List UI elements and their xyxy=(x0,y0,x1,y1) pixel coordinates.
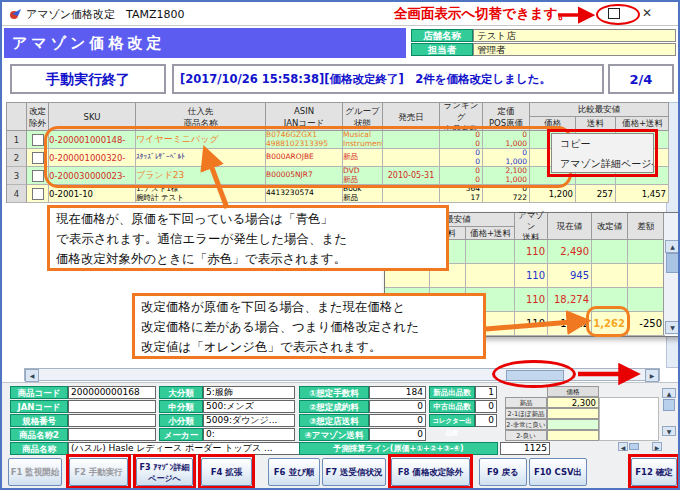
scroll-down-icon[interactable]: ▼ xyxy=(665,321,680,334)
header-cheapest-group: 比較最安値 価格送料価格+送料 xyxy=(530,102,669,131)
f8-price-revision-exclude-button[interactable]: F8 価格改定除外 xyxy=(391,458,470,486)
exclude-checkbox[interactable] xyxy=(32,188,44,200)
condition-price-like-new xyxy=(547,408,599,419)
horizontal-scrollbar[interactable]: ◀ ▶ xyxy=(24,368,660,381)
condition-scroll-right-icon[interactable]: ▶ xyxy=(652,442,662,451)
cell-sellers: 0 xyxy=(440,176,480,185)
header-group-condition: グループ状態 xyxy=(343,102,383,131)
standard-no-label: 規格番号 xyxy=(10,414,68,427)
condition-hscroll-thumb[interactable] xyxy=(629,443,639,450)
cell-asin-jan: B0746GZGX14988102313395 xyxy=(266,131,343,149)
header-jan: JANコード xyxy=(266,117,342,129)
maximize-icon[interactable] xyxy=(608,8,620,19)
f2-manual-run-button[interactable]: F2 手動実行 xyxy=(69,458,128,486)
scroll-thumb[interactable] xyxy=(506,370,564,381)
f10-csv-export-button[interactable]: F10 CSV出力 xyxy=(529,458,587,486)
exclude-checkbox[interactable] xyxy=(32,170,44,182)
cell-difference xyxy=(628,264,665,288)
context-menu: コピー アマゾン詳細ページへ xyxy=(551,133,654,173)
cell-asin-jan: B00005NJR7 xyxy=(266,167,343,185)
header-list-price: 定価 xyxy=(483,105,529,117)
cell-jan: 4988102313395 xyxy=(266,140,342,149)
fee3-label: ③想定店送料 xyxy=(299,414,369,427)
product-name2-label: 商品名称2 xyxy=(10,428,68,441)
cell-amazon-shipping: 110 xyxy=(515,312,548,336)
header-condition: 状態 xyxy=(343,117,382,129)
scroll-right-icon[interactable]: ▶ xyxy=(645,369,659,382)
cell-list-pos: 01,000 xyxy=(483,149,530,167)
cell-cheapest-shipping: 257 xyxy=(576,185,616,203)
fee1-value: 184 xyxy=(369,386,426,399)
menu-item-copy[interactable]: コピー xyxy=(552,134,653,154)
cell-condition: 新品 xyxy=(343,194,382,203)
mid-category-label: 中分類 xyxy=(159,400,203,413)
header-supplier-name: 仕入先商品名称 xyxy=(136,102,266,131)
cell-total xyxy=(466,240,515,264)
cell-list-pos: 0722 xyxy=(483,185,530,203)
cell-difference xyxy=(628,240,665,264)
fee4-label: ④アマゾン送料 xyxy=(299,428,369,441)
cell-supplier-name: ｽﾀｯｽﾞﾚｻﾞｰﾍﾞﾙﾄ xyxy=(136,149,266,167)
row-number: 2 xyxy=(7,149,27,167)
callout-line: 改定価格に差がある場合、つまり価格改定された xyxy=(141,317,477,337)
fee4-value: 0 xyxy=(369,428,426,441)
cell-condition: 新品 xyxy=(343,176,382,185)
exclude-checkbox[interactable] xyxy=(32,134,44,146)
page-title: アマゾン価格改定 xyxy=(4,28,406,58)
cell-sku: 0-200001000320-10 xyxy=(49,149,136,167)
f3-amazon-detail-page-button[interactable]: F3 ｱﾏｿﾞﾝ詳細 ページへ xyxy=(136,458,193,486)
condition-price-very-good xyxy=(547,419,599,430)
header-release-date: 発売日 xyxy=(383,102,440,131)
cell-product-name: ブランド23 xyxy=(136,171,265,180)
small-category-value: 5009:ダウンジ... xyxy=(203,414,295,427)
cell-asin-jan: B000AROJBE xyxy=(266,149,343,167)
callout-line: 改定価格が原価を下回る場合、また現在価格と xyxy=(141,297,477,317)
f7-send-receive-status-button[interactable]: F7 送受信状況 xyxy=(322,458,386,486)
header-exclude-bottom: 除外 xyxy=(27,117,48,129)
header-rowno xyxy=(7,102,27,131)
new-count-value: 1 xyxy=(475,386,497,399)
run-mode-status: 手動実行終了 xyxy=(10,64,166,94)
f4-extend-button[interactable]: F4 拡張 xyxy=(201,458,252,486)
used-count-label: 中古出品数 xyxy=(429,400,475,413)
f6-sort-button[interactable]: F6 並び順 xyxy=(268,458,320,486)
f9-back-button[interactable]: F9 戻る xyxy=(479,458,527,486)
cell-product-name: 腕時計 テスト xyxy=(136,194,265,203)
table-row[interactable]: 4 0-2001-10 1:テスト1様腕時計 テスト 4413230574 Bo… xyxy=(7,185,668,203)
callout-line: で表示されます。通信エラーが発生した場合、また xyxy=(56,229,440,249)
price-detail-vertical-scrollbar[interactable]: ▲ ▼ xyxy=(663,213,679,335)
scroll-thumb[interactable] xyxy=(666,253,679,273)
header-listprice-poscost: 定価POS原価 xyxy=(483,102,530,131)
scroll-left-icon[interactable]: ◀ xyxy=(25,369,39,382)
forecast-line-label: 予測採算ライン(原価+①+②+③-④) xyxy=(299,442,498,455)
maker-value: 0: xyxy=(203,428,295,441)
cell-asin-jan: 4413230574 xyxy=(266,185,343,203)
person-in-charge-label: 担当者 xyxy=(411,43,473,56)
close-icon[interactable]: ✕ xyxy=(642,6,652,20)
condition-scroll-up-icon[interactable]: ▲ xyxy=(662,388,676,398)
header-amazon-shipping: アマゾン送料 xyxy=(515,213,548,240)
cell-difference: -250 xyxy=(628,312,665,336)
product-code-label: 商品コード xyxy=(10,386,68,399)
cell-revised-value: 1,262 xyxy=(592,312,628,336)
fee3-value: 0 xyxy=(369,414,426,427)
cell-total xyxy=(466,264,515,288)
cell-sellers: 0 xyxy=(440,140,480,149)
cell-pos-cost: 1,000 xyxy=(483,140,527,149)
condition-scroll-down-icon[interactable]: ▼ xyxy=(662,426,676,436)
f1-monitor-start-button[interactable]: F1 監視開始 xyxy=(8,458,62,486)
f12-confirm-button[interactable]: F12 確定 xyxy=(631,458,677,486)
condition-scroll-left-icon[interactable]: ◀ xyxy=(618,442,628,451)
cell-amazon-shipping: 110 xyxy=(515,288,548,312)
cell-group-condition: MusicalInstruments xyxy=(343,131,383,149)
exclude-checkbox[interactable] xyxy=(32,152,44,164)
menu-item-amazon-detail[interactable]: アマゾン詳細ページへ xyxy=(552,154,653,174)
cell-condition: Instruments xyxy=(343,140,382,149)
header-ranking: ランキング xyxy=(440,102,482,123)
condition-scroll-thumb[interactable] xyxy=(663,399,675,411)
condition-label-very-good: 2-非常に良い xyxy=(505,419,547,430)
cell-release-date xyxy=(383,131,440,149)
large-category-value: 5:服飾 xyxy=(203,386,295,399)
scroll-up-icon[interactable]: ▲ xyxy=(665,240,680,253)
fee1-label: ①想定手数料 xyxy=(299,386,369,399)
